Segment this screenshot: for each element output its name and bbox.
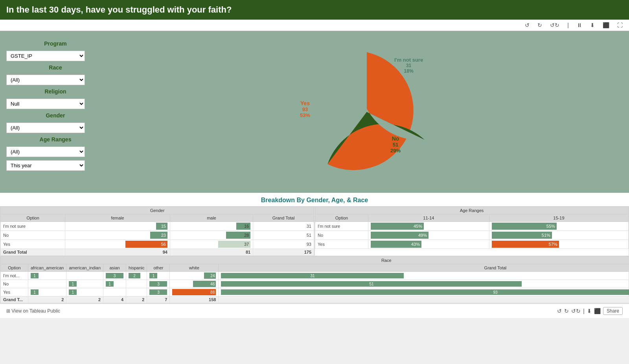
footer-reset-button[interactable]: ↺↻ — [571, 308, 581, 314]
race-col-african: african_american — [28, 264, 66, 272]
age-group-header: Age Ranges — [315, 207, 629, 214]
gender-label: Gender — [6, 112, 105, 119]
race-row-grand: 51 — [219, 280, 629, 288]
reset-button[interactable]: ↺↻ — [548, 21, 562, 29]
race-row-option: I'm not... — [1, 272, 28, 280]
redo-button[interactable]: ↻ — [535, 21, 544, 29]
footer-download-button[interactable]: ⬇ — [587, 308, 592, 314]
race-row-american: 2 — [66, 296, 103, 303]
gender-col-female: female — [65, 214, 170, 222]
religion-label: Religion — [6, 88, 105, 95]
race-row-grand: 175 — [219, 296, 629, 303]
race-row-asian: 4 — [103, 296, 126, 303]
footer-undo-button[interactable]: ↺ — [557, 308, 562, 314]
gender-row-female: 56 — [65, 240, 170, 249]
page-title: In the last 30 days, have you struggled … — [0, 0, 629, 20]
race-row-american — [66, 272, 103, 280]
gender-row-male: 28 — [170, 231, 253, 240]
race-row-african: 1 — [28, 272, 66, 280]
gender-row-grand: 51 — [253, 231, 314, 240]
footer-settings-button[interactable]: ⬛ — [594, 308, 601, 314]
age-row-1114: 45% — [368, 222, 489, 231]
race-row-hispanic: 2 — [126, 272, 147, 280]
gender-row-female: 15 — [65, 222, 170, 231]
race-row-grand: 93 — [219, 288, 629, 296]
footer-separator: | — [583, 308, 585, 314]
race-row-other: 7 — [147, 296, 170, 303]
race-row-asian: 1 — [103, 280, 126, 288]
age-row-1114: 49% — [368, 231, 489, 240]
program-select[interactable]: GSTE_IP — [6, 51, 85, 61]
gender-row-female: 94 — [65, 249, 170, 256]
race-col-american: american_indian — [66, 264, 103, 272]
race-row-other: 3 — [147, 288, 170, 296]
toolbar: ↺ ↻ ↺↻ | ⏸ ⬇ ⬛ ⛶ — [0, 20, 629, 31]
race-col-hispanic: hispanic — [126, 264, 147, 272]
age-row-1519: 57% — [489, 240, 628, 249]
footer-controls: ↺ ↻ ↺↻ | ⬇ ⬛ Share — [557, 307, 623, 315]
age-ranges-select[interactable]: (All) — [6, 146, 85, 157]
race-row-white: 24 — [170, 272, 219, 280]
race-col-asian: asian — [103, 264, 126, 272]
race-row-american: 1 — [66, 280, 103, 288]
refresh-button[interactable]: | — [565, 21, 571, 29]
race-row-white: 158 — [170, 296, 219, 303]
gender-row-male: 81 — [170, 249, 253, 256]
tableau-link[interactable]: ⊞ View on Tableau Public — [6, 308, 60, 314]
footer: ⊞ View on Tableau Public ↺ ↻ ↺↻ | ⬇ ⬛ Sh… — [0, 304, 629, 318]
pause-button[interactable]: ⏸ — [574, 21, 585, 29]
year-select[interactable]: This year — [6, 160, 85, 171]
gender-col-male: male — [170, 214, 253, 222]
pie-yes-slice[interactable] — [327, 52, 413, 170]
gender-row-grand: 31 — [253, 222, 314, 231]
religion-select[interactable]: Null — [6, 99, 85, 109]
gender-select[interactable]: (All) — [6, 123, 85, 133]
race-row-hispanic: 2 — [126, 296, 147, 303]
age-row-option: I'm not sure — [315, 222, 368, 231]
race-group-header: Race — [1, 257, 629, 264]
race-row-african — [28, 280, 66, 288]
race-select[interactable]: (All) — [6, 75, 85, 85]
age-row-1519: 55% — [489, 222, 628, 231]
race-table: Race Option african_american american_in… — [0, 256, 629, 303]
footer-redo-button[interactable]: ↻ — [564, 308, 569, 314]
gender-group-header: Gender — [1, 207, 314, 214]
race-label: Race — [6, 64, 105, 71]
age-table: Age Ranges Option 11-14 15-19 I'm not su… — [315, 207, 629, 249]
race-row-other: 1 — [147, 272, 170, 280]
age-col-1519: 15-19 — [489, 214, 628, 222]
gender-col-option: Option — [1, 214, 65, 222]
gender-row-male: 16 — [170, 222, 253, 231]
share-button[interactable]: Share — [603, 307, 623, 315]
race-col-other: other — [147, 264, 170, 272]
pie-chart-svg — [292, 37, 441, 187]
age-table-section: Age Ranges Option 11-14 15-19 I'm not su… — [314, 206, 629, 256]
race-row-option: Grand T... — [1, 296, 28, 303]
age-ranges-label: Age Ranges — [6, 136, 105, 143]
race-row-option: Yes — [1, 288, 28, 296]
gender-row-option: I'm not sure — [1, 222, 65, 231]
gender-row-option: No — [1, 231, 65, 240]
undo-button[interactable]: ↺ — [522, 21, 532, 29]
gender-row-female: 23 — [65, 231, 170, 240]
gender-col-grand: Grand Total — [253, 214, 314, 222]
race-row-white: 88 — [170, 288, 219, 296]
gender-row-grand: 93 — [253, 240, 314, 249]
race-col-option: Option — [1, 264, 28, 272]
pie-chart-container: Yes 93 53% No 51 29% I'm not sure 31 18% — [111, 37, 623, 187]
age-row-option: Yes — [315, 240, 368, 249]
race-row-white: 46 — [170, 280, 219, 288]
gender-table-section: Gender Option female male Grand Total I'… — [0, 206, 314, 256]
age-col-1114: 11-14 — [368, 214, 489, 222]
filters-panel: Program GSTE_IP Race (All) Religion Null… — [6, 37, 105, 187]
gender-row-option: Yes — [1, 240, 65, 249]
program-label: Program — [6, 40, 105, 47]
race-col-grand: Grand Total — [219, 264, 629, 272]
race-row-african: 1 — [28, 288, 66, 296]
race-row-option: No — [1, 280, 28, 288]
tables-row-1: Gender Option female male Grand Total I'… — [0, 206, 629, 256]
fullscreen-button[interactable]: ⛶ — [615, 21, 625, 29]
age-row-1114: 43% — [368, 240, 489, 249]
settings-button[interactable]: ⬛ — [600, 21, 612, 29]
download-button[interactable]: ⬇ — [588, 21, 597, 29]
